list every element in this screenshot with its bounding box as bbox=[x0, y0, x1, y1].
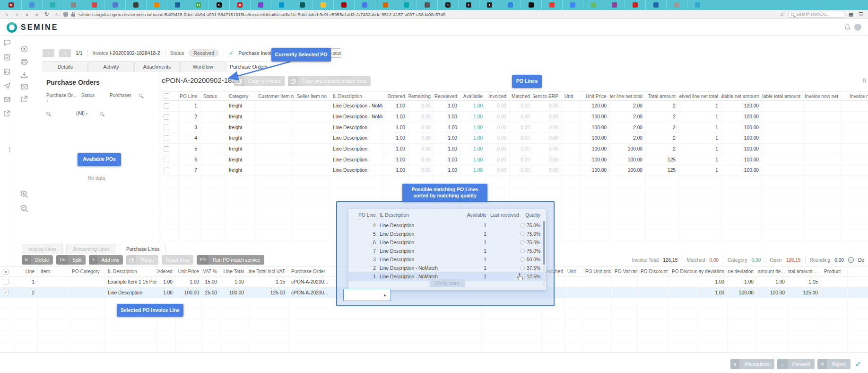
approve-check-icon[interactable]: ✓ bbox=[855, 360, 861, 369]
zoom-in-icon[interactable] bbox=[20, 190, 28, 198]
browser-tab[interactable] bbox=[500, 0, 521, 10]
popup-po-line-row[interactable]: 2Line Description - NoMatch137.5% bbox=[348, 264, 546, 272]
extensions-icon[interactable]: ▦ bbox=[848, 11, 854, 18]
browser-tab[interactable] bbox=[375, 0, 396, 10]
run-po-match-button[interactable]: PORun PO match service bbox=[197, 255, 264, 265]
browser-tab[interactable] bbox=[667, 0, 687, 10]
popup-po-line-row[interactable]: 4Line Description175.0% bbox=[348, 221, 546, 230]
prev-invoice-button[interactable]: ‹ bbox=[43, 49, 54, 57]
menu-icon[interactable]: ☰ bbox=[858, 11, 864, 18]
print-icon[interactable] bbox=[21, 59, 28, 65]
quality-radio[interactable] bbox=[520, 257, 525, 262]
browser-tab[interactable] bbox=[105, 0, 126, 10]
forward-icon[interactable]: › bbox=[14, 11, 20, 17]
tab-accounting-lines[interactable]: Accounting Lines bbox=[66, 244, 116, 254]
po-line-row[interactable]: 7freightLine Description1.000.001.001.00… bbox=[161, 165, 868, 176]
split-button[interactable]: 1/nSplit bbox=[56, 255, 86, 265]
export-icon[interactable] bbox=[4, 110, 10, 116]
row-checkbox[interactable] bbox=[164, 168, 169, 173]
status-column-header[interactable]: Status bbox=[81, 93, 95, 98]
bookmark-star-icon[interactable]: ☆ bbox=[779, 11, 785, 18]
row-checkbox[interactable] bbox=[164, 114, 169, 120]
purchaser-filter-icon[interactable] bbox=[100, 112, 103, 115]
browser-tab[interactable]: O bbox=[188, 0, 209, 10]
select-all-checkbox[interactable] bbox=[3, 269, 9, 275]
browser-tab[interactable] bbox=[22, 0, 43, 10]
quality-radio[interactable] bbox=[520, 240, 525, 245]
envelope-icon[interactable] bbox=[21, 84, 28, 89]
tab-invoice-lines[interactable]: Invoice Lines bbox=[22, 244, 63, 254]
user-avatar[interactable] bbox=[854, 24, 861, 31]
back-icon[interactable]: ‹ bbox=[4, 11, 10, 17]
purchaser-column-header[interactable]: Purchaser bbox=[110, 93, 131, 98]
popup-po-line-row[interactable]: 6Line Description175.0% bbox=[348, 238, 546, 247]
chart-icon[interactable] bbox=[4, 69, 10, 75]
browser-tab[interactable] bbox=[563, 0, 583, 10]
po-filter-icon[interactable] bbox=[46, 112, 50, 115]
add-row-button[interactable]: +Add row bbox=[89, 255, 123, 265]
row-checkbox[interactable]: ✓ bbox=[3, 290, 9, 295]
browser-tab[interactable]: T bbox=[438, 0, 459, 10]
alternatives-button[interactable]: ∨Alternatives bbox=[730, 359, 774, 369]
browser-tab[interactable] bbox=[292, 0, 313, 10]
rewind-icon[interactable]: « bbox=[24, 11, 30, 17]
browser-tab[interactable] bbox=[63, 0, 84, 10]
popup-po-line-row[interactable]: 3Line Description150.0% bbox=[348, 255, 546, 264]
po-line-row[interactable]: 5freightLine Description1.000.001.001.00… bbox=[161, 144, 868, 155]
mail-icon[interactable] bbox=[4, 97, 10, 102]
browser-tab[interactable] bbox=[417, 0, 438, 10]
quality-radio[interactable] bbox=[520, 266, 525, 270]
merge-button[interactable]: Merge bbox=[126, 255, 158, 265]
row-checkbox[interactable] bbox=[164, 135, 169, 141]
row-checkbox[interactable] bbox=[164, 103, 169, 109]
browser-tab[interactable]: T bbox=[459, 0, 479, 10]
home-icon[interactable]: ⌂ bbox=[53, 11, 60, 17]
browser-tab[interactable] bbox=[126, 0, 147, 10]
po-line-row[interactable]: 1freightLine Description - NoMatch1.000.… bbox=[161, 101, 868, 112]
quality-radio[interactable] bbox=[520, 231, 525, 236]
show-more-button[interactable]: Show more bbox=[430, 279, 465, 287]
browser-tab[interactable]: T bbox=[479, 0, 500, 10]
send-icon[interactable] bbox=[4, 83, 10, 89]
browser-tab[interactable]: S bbox=[209, 0, 230, 10]
browser-tab[interactable] bbox=[687, 0, 708, 10]
reset-lines-button[interactable]: Reset lines bbox=[162, 255, 193, 265]
po-line-row[interactable]: 2freightLine Description - NoMatch1.000.… bbox=[161, 112, 868, 123]
browser-tab[interactable] bbox=[271, 0, 292, 10]
delete-button[interactable]: ✕Delete bbox=[22, 255, 53, 265]
select-all-checkbox[interactable] bbox=[164, 93, 169, 99]
browser-tab[interactable] bbox=[625, 0, 646, 10]
quality-radio[interactable] bbox=[520, 249, 525, 253]
browser-tab[interactable] bbox=[334, 0, 355, 10]
tab-attachments[interactable]: Attachments bbox=[134, 61, 180, 72]
po-line-dropdown[interactable]: ▲ bbox=[343, 289, 391, 301]
forward-button[interactable]: →Forward bbox=[777, 359, 815, 369]
popup-scrollbar[interactable] bbox=[543, 221, 545, 286]
download-icon[interactable] bbox=[21, 71, 27, 78]
browser-tab[interactable] bbox=[43, 0, 63, 10]
browser-tab[interactable] bbox=[583, 0, 604, 10]
target-icon[interactable] bbox=[21, 45, 28, 53]
po-line-row[interactable]: 4freightLine Description1.000.001.001.00… bbox=[161, 133, 868, 144]
tab-details[interactable]: Details bbox=[43, 61, 88, 72]
browser-tab[interactable]: V bbox=[1, 0, 22, 10]
browser-tab[interactable] bbox=[396, 0, 417, 10]
browser-tab[interactable] bbox=[251, 0, 271, 10]
row-checkbox[interactable] bbox=[164, 146, 169, 152]
purchase-invoice-checkbox[interactable]: ✓ bbox=[229, 50, 234, 56]
po-column-header[interactable]: Purchase Or...↓ bbox=[46, 93, 77, 103]
status-filter-select[interactable]: (All) ▾ bbox=[76, 111, 87, 116]
row-checkbox[interactable] bbox=[3, 279, 9, 284]
tab-purchase-lines[interactable]: Purchase Lines bbox=[120, 244, 166, 254]
browser-tab[interactable] bbox=[167, 0, 188, 10]
document-icon[interactable] bbox=[4, 54, 10, 61]
browser-tab[interactable] bbox=[84, 0, 105, 10]
browser-search-box[interactable]: Search DuckDu... bbox=[789, 11, 844, 18]
browser-tab[interactable]: A bbox=[230, 0, 251, 10]
url-bar[interactable]: semine.angular.nginx.devsemine.no/main/e… bbox=[78, 11, 775, 18]
tab-activity[interactable]: Activity bbox=[88, 61, 134, 72]
zoom-out-icon[interactable] bbox=[20, 204, 28, 213]
popup-po-line-row[interactable]: 7Line Description175.0% bbox=[348, 247, 546, 255]
browser-tab[interactable] bbox=[646, 0, 667, 10]
drag-handle-dots-icon[interactable]: ⋮ bbox=[7, 146, 13, 153]
